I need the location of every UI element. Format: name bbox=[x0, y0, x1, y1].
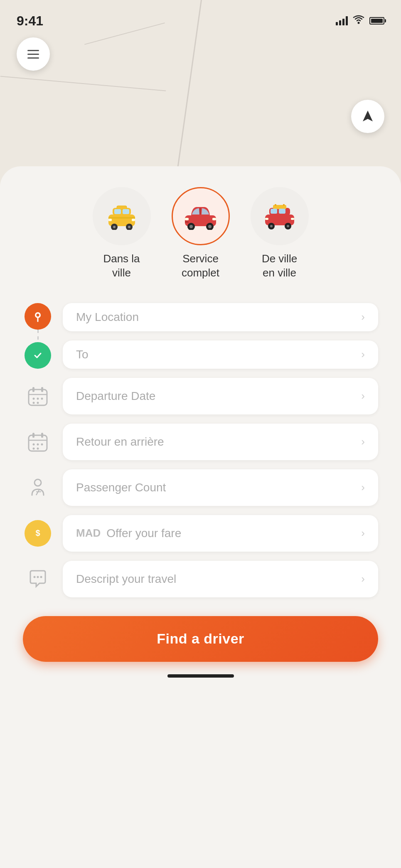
svg-point-42 bbox=[37, 397, 39, 399]
svg-point-43 bbox=[41, 397, 43, 399]
fare-icon: $ bbox=[23, 518, 53, 548]
inter-city-taxi-icon bbox=[263, 203, 296, 230]
chevron-right-icon: › bbox=[361, 311, 365, 323]
to-field[interactable]: To › bbox=[63, 340, 378, 369]
form-section: My Location › To › bbox=[23, 303, 378, 597]
person-icon bbox=[27, 477, 49, 498]
offer-fare-row: $ MAD Offer your fare › bbox=[23, 515, 378, 552]
svg-point-44 bbox=[33, 402, 35, 404]
menu-button[interactable] bbox=[17, 37, 50, 71]
svg-point-30 bbox=[270, 225, 273, 227]
origin-pin-icon bbox=[25, 303, 51, 330]
svg-rect-47 bbox=[32, 433, 34, 438]
description-placeholder: Descript your travel bbox=[76, 572, 176, 586]
menu-icon bbox=[27, 50, 39, 51]
passenger-icon bbox=[23, 473, 53, 503]
svg-rect-19 bbox=[185, 218, 189, 220]
svg-point-60 bbox=[37, 576, 39, 578]
dollar-icon: $ bbox=[32, 527, 44, 540]
service-circle-complet bbox=[172, 187, 230, 245]
fare-input-group: MAD Offer your fare bbox=[76, 527, 181, 540]
svg-rect-38 bbox=[32, 387, 34, 392]
menu-icon bbox=[27, 54, 39, 55]
chevron-right-icon: › bbox=[361, 572, 365, 585]
svg-point-52 bbox=[41, 443, 43, 445]
home-indicator bbox=[167, 674, 234, 678]
svg-point-18 bbox=[208, 225, 212, 228]
calendar-icon-departure bbox=[23, 381, 53, 411]
status-time: 9:41 bbox=[17, 13, 43, 29]
svg-rect-3 bbox=[117, 206, 127, 210]
departure-date-field[interactable]: Departure Date › bbox=[63, 378, 378, 414]
retour-placeholder: Retour en arrière bbox=[76, 435, 164, 449]
svg-rect-33 bbox=[265, 218, 268, 220]
calendar-icon-retour bbox=[23, 427, 53, 457]
route-connector bbox=[37, 330, 39, 342]
svg-point-41 bbox=[33, 397, 35, 399]
svg-point-61 bbox=[40, 576, 42, 578]
calendar-icon bbox=[27, 385, 49, 407]
status-icons bbox=[336, 15, 384, 27]
svg-point-0 bbox=[358, 22, 360, 24]
svg-rect-25 bbox=[275, 204, 276, 206]
my-location-field[interactable]: My Location › bbox=[63, 303, 378, 331]
svg-point-53 bbox=[33, 447, 35, 449]
svg-rect-28 bbox=[279, 209, 285, 214]
chat-bubble-icon bbox=[27, 568, 49, 590]
chevron-right-icon: › bbox=[361, 481, 365, 494]
taxi-yellow-icon bbox=[105, 203, 138, 230]
currency-label: MAD bbox=[76, 527, 101, 540]
service-dans-la-ville[interactable]: Dans laville bbox=[93, 187, 151, 280]
navigation-icon bbox=[360, 109, 375, 124]
svg-point-9 bbox=[128, 226, 130, 228]
description-field[interactable]: Descript your travel › bbox=[63, 561, 378, 597]
svg-rect-34 bbox=[291, 218, 294, 220]
svg-rect-14 bbox=[199, 208, 201, 215]
retour-row: Retour en arrière › bbox=[23, 424, 378, 460]
find-driver-label: Find a driver bbox=[157, 631, 244, 647]
svg-point-45 bbox=[37, 402, 39, 404]
description-row: Descript your travel › bbox=[23, 561, 378, 597]
pin-icon bbox=[32, 311, 44, 322]
svg-rect-5 bbox=[123, 209, 129, 214]
destination-check-icon bbox=[25, 342, 51, 369]
fare-placeholder: Offer your fare bbox=[106, 527, 181, 540]
passenger-count-row: Passenger Count › bbox=[23, 469, 378, 506]
svg-rect-4 bbox=[114, 209, 121, 214]
signal-icon bbox=[336, 16, 348, 25]
chevron-right-icon: › bbox=[361, 390, 365, 402]
chat-icon bbox=[23, 564, 53, 594]
battery-icon bbox=[369, 17, 384, 25]
svg-rect-21 bbox=[185, 221, 189, 223]
chevron-right-icon: › bbox=[361, 435, 365, 448]
svg-rect-27 bbox=[271, 209, 277, 214]
service-type-selector: Dans laville bbox=[23, 187, 378, 280]
offer-fare-field[interactable]: MAD Offer your fare › bbox=[63, 515, 378, 552]
wifi-icon bbox=[353, 15, 364, 27]
checkmark-icon bbox=[32, 350, 44, 361]
svg-rect-39 bbox=[41, 387, 43, 392]
service-de-ville-en-ville[interactable]: De villeen ville bbox=[251, 187, 309, 280]
location-fields-group: My Location › To › bbox=[23, 303, 378, 369]
my-location-placeholder: My Location bbox=[76, 311, 139, 324]
service-complet[interactable]: Servicecomplet bbox=[172, 187, 230, 280]
retour-field[interactable]: Retour en arrière › bbox=[63, 424, 378, 460]
departure-date-placeholder: Departure Date bbox=[76, 390, 155, 403]
service-circle-taxi bbox=[93, 187, 151, 245]
svg-rect-10 bbox=[108, 219, 112, 221]
dollar-circle-icon: $ bbox=[25, 520, 51, 547]
svg-rect-20 bbox=[212, 218, 216, 220]
find-driver-button[interactable]: Find a driver bbox=[23, 616, 378, 662]
status-bar: 9:41 bbox=[0, 0, 401, 33]
service-circle-inter-city bbox=[251, 187, 309, 245]
passenger-count-field[interactable]: Passenger Count › bbox=[63, 469, 378, 506]
location-button[interactable] bbox=[351, 100, 384, 133]
chevron-right-icon: › bbox=[361, 527, 365, 540]
connector-left bbox=[23, 303, 53, 369]
car-red-icon bbox=[183, 203, 218, 230]
menu-icon bbox=[27, 57, 39, 59]
svg-rect-48 bbox=[41, 433, 43, 438]
svg-rect-12 bbox=[108, 217, 135, 219]
svg-point-32 bbox=[287, 225, 289, 227]
svg-point-16 bbox=[189, 225, 193, 228]
